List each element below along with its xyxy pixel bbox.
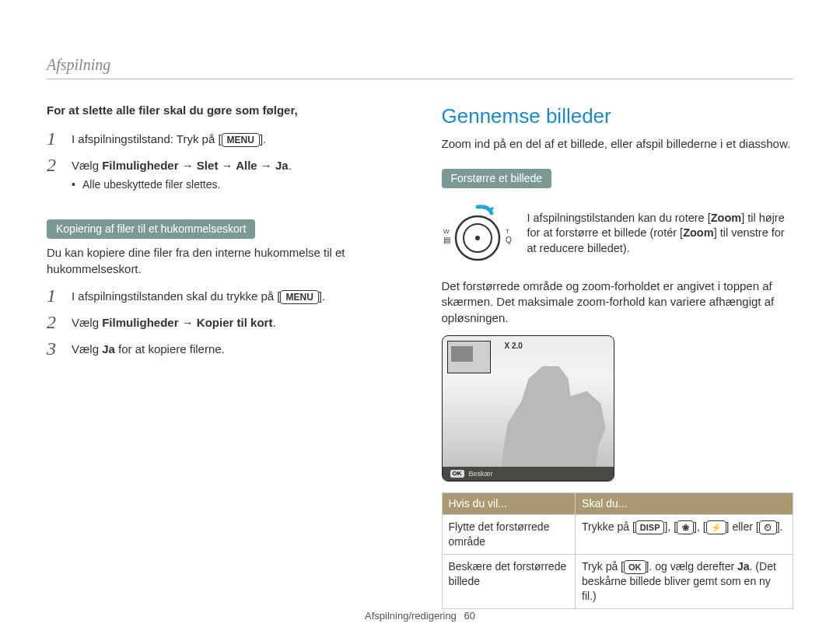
row-crop-action: Tryk på [OK]. og vælg derefter Ja. (Det … xyxy=(576,554,793,608)
step-text: I afspilningstilstanden skal du trykke p… xyxy=(72,289,280,303)
step-number: 1 xyxy=(47,286,64,305)
step-bold: Filmuligheder → Slet → Alle → Ja xyxy=(102,159,289,172)
step-text: I afspilningstilstand: Tryk på [ xyxy=(72,132,222,145)
zoom-desc: I afspilningstilstanden kan du rotere [Z… xyxy=(527,211,794,257)
table-row: Beskære det forstørrede billede Tryk på … xyxy=(442,554,793,608)
step-text: for at kopiere filerne. xyxy=(115,342,225,356)
step-text: . xyxy=(272,316,275,329)
browse-intro: Zoom ind på en del af et billede, eller … xyxy=(442,136,794,152)
table-row: Flytte det forstørrede område Trykke på … xyxy=(442,514,793,554)
right-column: Gennemse billeder Zoom ind på en del af … xyxy=(442,103,794,609)
viewfinder-bottom-bar: OK Beskær xyxy=(443,467,614,481)
copy-files-desc: Du kan kopiere dine filer fra den intern… xyxy=(47,245,399,277)
macro-icon: ❀ xyxy=(677,520,694,534)
table-header-then: Skal du... xyxy=(576,492,793,514)
delete-all-heading: For at slette alle filer skal du gøre so… xyxy=(47,103,399,118)
zoom-ratio-label: X 2.0 xyxy=(505,341,523,352)
svg-text:Q: Q xyxy=(506,236,512,244)
svg-point-3 xyxy=(475,236,480,240)
timer-icon: ⏲ xyxy=(759,520,777,534)
row-move-action: Trykke på [DISP], [❀], [⚡] eller [⏲]. xyxy=(576,514,793,554)
step-text: ]. xyxy=(260,132,266,145)
page-footer: Afspilning/redigering 60 xyxy=(0,609,840,623)
row-move-area: Flytte det forstørrede område xyxy=(442,514,576,554)
enlarge-pill: Forstørre et billede xyxy=(442,169,551,188)
actions-table: Hvis du vil... Skal du... Flytte det for… xyxy=(442,492,794,609)
step-number: 3 xyxy=(47,339,64,358)
ok-icon: OK xyxy=(624,560,646,574)
zoom-dial-icon: W ▤ T Q xyxy=(442,202,513,264)
ok-icon: OK xyxy=(450,470,464,478)
zoom-instruction-row: W ▤ T Q I afspilningstilstanden kan du r… xyxy=(442,202,794,264)
delete-step-1: 1 I afspilningstilstand: Tryk på [MENU]. xyxy=(47,129,399,148)
page-number: 60 xyxy=(464,610,474,622)
disp-icon: DISP xyxy=(635,520,665,534)
footer-label: Afspilning/redigering xyxy=(365,610,457,622)
step-text: . xyxy=(289,159,292,172)
section-breadcrumb: Afspilning xyxy=(47,54,793,79)
step-bold: Filmuligheder → Kopier til kort xyxy=(102,316,272,329)
menu-icon: MENU xyxy=(280,290,318,304)
zoom-note: Det forstørrede område og zoom-forholdet… xyxy=(442,278,794,326)
flash-icon: ⚡ xyxy=(706,520,726,534)
svg-text:W: W xyxy=(443,228,450,235)
step-text: Vælg xyxy=(72,342,102,356)
crop-label: Beskær xyxy=(469,469,493,478)
step-text: Vælg xyxy=(72,159,102,172)
photo-silhouette xyxy=(494,356,611,481)
step-number: 1 xyxy=(47,129,64,148)
step-bold: Ja xyxy=(102,342,115,356)
viewfinder-preview: X 2.0 OK Beskær xyxy=(442,335,614,482)
browse-images-title: Gennemse billeder xyxy=(442,103,794,130)
table-header-if: Hvis du vil... xyxy=(442,492,576,514)
copy-files-pill: Kopiering af filer til et hukommelseskor… xyxy=(47,219,255,239)
step-note: Alle ubeskyttede filer slettes. xyxy=(72,177,399,192)
step-number: 2 xyxy=(47,156,64,191)
step-text: ]. xyxy=(319,289,325,303)
menu-icon: MENU xyxy=(222,133,260,147)
copy-step-2: 2 Vælg Filmuligheder → Kopier til kort. xyxy=(47,313,399,331)
copy-step-3: 3 Vælg Ja for at kopiere filerne. xyxy=(47,339,399,358)
delete-step-2: 2 Vælg Filmuligheder → Slet → Alle → Ja.… xyxy=(47,156,399,191)
svg-text:▤: ▤ xyxy=(443,236,450,244)
copy-step-1: 1 I afspilningstilstanden skal du trykke… xyxy=(47,286,399,305)
step-number: 2 xyxy=(47,313,64,331)
left-column: For at slette alle filer skal du gøre so… xyxy=(47,103,399,609)
svg-text:T: T xyxy=(506,228,509,235)
step-text: Vælg xyxy=(72,316,102,329)
row-crop-area: Beskære det forstørrede billede xyxy=(442,554,576,608)
zoom-minimap xyxy=(447,341,491,373)
